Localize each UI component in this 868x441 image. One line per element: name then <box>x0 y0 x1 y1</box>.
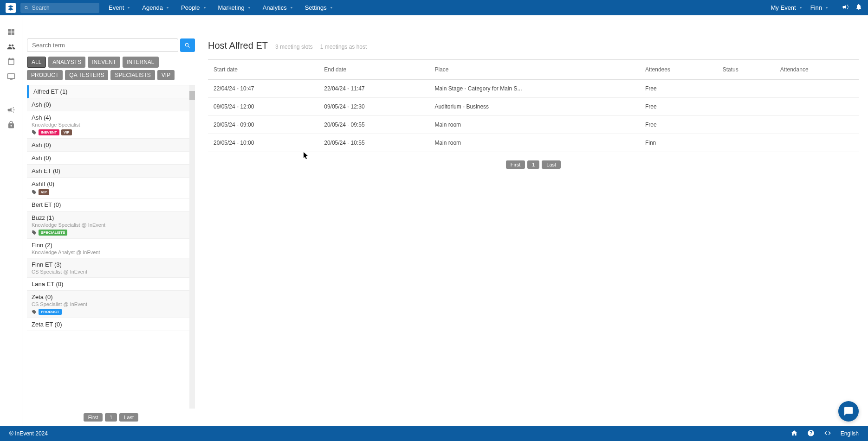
cursor-arrow <box>303 152 310 161</box>
tag-filter-internal[interactable]: INTERNAL <box>123 57 158 68</box>
nav-my-event[interactable]: My Event <box>771 4 803 11</box>
table-cell: Main room <box>429 116 639 134</box>
chat-widget[interactable] <box>838 401 859 422</box>
tag-filter-vip[interactable]: VIP <box>157 70 175 80</box>
chevron-down-icon <box>289 6 294 10</box>
host-tags: VIP <box>32 189 190 195</box>
host-meta-host: 1 meetings as host <box>320 44 367 50</box>
host-item[interactable]: AshII (0)VIP <box>27 178 195 198</box>
nav-item-agenda[interactable]: Agenda <box>142 4 170 11</box>
notifications-button[interactable] <box>855 3 862 12</box>
host-search-button[interactable] <box>180 38 195 52</box>
host-item[interactable]: Zeta (0)CS Specialist @ InEventPRODUCT <box>27 291 195 318</box>
scrollbar-thumb[interactable] <box>189 91 195 100</box>
table-cell: 09/05/24 - 12:00 <box>208 98 318 116</box>
app-logo[interactable] <box>6 3 16 13</box>
table-cell: 20/05/24 - 10:55 <box>318 134 429 152</box>
host-item[interactable]: Alfred ET (1) <box>27 85 195 98</box>
logo-icon <box>7 5 14 11</box>
chevron-down-icon <box>824 6 829 10</box>
host-name: Bert ET (0) <box>32 201 190 208</box>
slots-pager-last[interactable]: Last <box>542 160 561 169</box>
tag-filter-analysts[interactable]: ANALYSTS <box>48 57 85 68</box>
host-tags: PRODUCT <box>32 309 190 315</box>
nav-item-marketing[interactable]: Marketing <box>218 4 252 11</box>
pager-last[interactable]: Last <box>119 413 138 422</box>
host-item[interactable]: Lana ET (0) <box>27 278 195 291</box>
host-item[interactable]: Ash (0) <box>27 152 195 165</box>
host-item[interactable]: Zeta ET (0) <box>27 318 195 331</box>
host-subtitle: CS Specialist @ InEvent <box>32 301 190 307</box>
host-item[interactable]: Buzz (1)Knowledge Specialist @ InEventSP… <box>27 211 195 239</box>
tag-filter-inevent[interactable]: INEVENT <box>88 57 120 68</box>
nav-item-label: Agenda <box>142 4 163 11</box>
sidebar-calendar[interactable] <box>4 54 19 69</box>
slots-pager-page[interactable]: 1 <box>527 160 539 169</box>
global-search[interactable] <box>20 3 99 13</box>
pager-page[interactable]: 1 <box>105 413 117 422</box>
sidebar-people[interactable] <box>4 39 19 54</box>
host-tag-specialists: SPECIALISTS <box>39 230 67 236</box>
host-item[interactable]: Ash ET (0) <box>27 165 195 178</box>
sidebar-monitor[interactable] <box>4 69 19 84</box>
column-header: Attendance <box>775 60 859 80</box>
icon-sidebar <box>0 15 22 426</box>
tag-filter-all[interactable]: ALL <box>27 57 46 68</box>
tag-icon <box>32 130 37 135</box>
host-tags: SPECIALISTS <box>32 230 190 236</box>
tag-filter-product[interactable]: PRODUCT <box>27 70 63 80</box>
host-name: Ash (0) <box>32 101 190 108</box>
host-tag-vip: VIP <box>61 129 72 135</box>
table-cell: Main room <box>429 134 639 152</box>
table-row[interactable]: 20/05/24 - 09:0020/05/24 - 09:55Main roo… <box>208 116 859 134</box>
table-row[interactable]: 22/04/24 - 10:4722/04/24 - 11:47Main Sta… <box>208 80 859 98</box>
host-item[interactable]: Bert ET (0) <box>27 198 195 211</box>
host-item[interactable]: Ash (0) <box>27 139 195 152</box>
column-header: Place <box>429 60 639 80</box>
table-cell: 22/04/24 - 10:47 <box>208 80 318 98</box>
host-subtitle: Knowledge Specialist <box>32 122 190 128</box>
slots-pager-first[interactable]: First <box>506 160 525 169</box>
host-name: Finn (2) <box>32 242 190 249</box>
host-item[interactable]: Finn ET (3)CS Specialist @ InEvent <box>27 258 195 278</box>
nav-item-analytics[interactable]: Analytics <box>263 4 294 11</box>
nav-item-settings[interactable]: Settings <box>305 4 334 11</box>
slots-panel: Host Alfred ET 3 meeting slots 1 meeting… <box>199 15 868 426</box>
host-tags: INEVENTVIP <box>32 129 190 135</box>
table-cell: 20/05/24 - 10:00 <box>208 134 318 152</box>
host-item[interactable]: Ash (4)Knowledge SpecialistINEVENTVIP <box>27 111 195 139</box>
host-item[interactable]: Finn (2)Knowledge Analyst @ InEvent <box>27 239 195 258</box>
table-row[interactable]: 20/05/24 - 10:0020/05/24 - 10:55Main roo… <box>208 134 859 152</box>
hosts-panel: ALLANALYSTSINEVENTINTERNALPRODUCTQA TEST… <box>22 15 199 426</box>
scrollbar-track[interactable] <box>189 85 195 409</box>
nav-item-people[interactable]: People <box>181 4 207 11</box>
host-item[interactable]: Ash (0) <box>27 98 195 111</box>
tag-filter-qa-testers[interactable]: QA TESTERS <box>65 70 108 80</box>
host-name: Finn ET (3) <box>32 261 190 268</box>
tag-icon <box>32 309 37 314</box>
table-row[interactable]: 09/05/24 - 12:0009/05/24 - 12:30Auditori… <box>208 98 859 116</box>
pager-first[interactable]: First <box>84 413 103 422</box>
table-cell: Free <box>640 98 717 116</box>
hosts-list[interactable]: Alfred ET (1)Ash (0)Ash (4)Knowledge Spe… <box>27 85 195 409</box>
announcements-button[interactable] <box>842 3 849 12</box>
global-search-input[interactable] <box>32 5 96 11</box>
sidebar-lock[interactable] <box>4 117 19 132</box>
chevron-down-icon <box>165 6 170 10</box>
tag-filter-specialists[interactable]: SPECIALISTS <box>110 70 155 80</box>
nav-user[interactable]: Finn <box>810 4 829 11</box>
sidebar-dashboard[interactable] <box>4 25 19 39</box>
host-search-input[interactable] <box>27 38 178 52</box>
sidebar-megaphone[interactable] <box>4 102 19 117</box>
chevron-down-icon <box>126 6 131 10</box>
host-name: Lana ET (0) <box>32 281 190 288</box>
hosts-pager: First 1 Last <box>27 409 195 426</box>
table-cell: 20/05/24 - 09:00 <box>208 116 318 134</box>
table-cell: Free <box>640 116 717 134</box>
calendar-icon <box>7 58 15 66</box>
slots-table: Start dateEnd datePlaceAttendeesStatusAt… <box>208 59 859 152</box>
host-name: Ash (0) <box>32 154 190 161</box>
host-title: Host Alfred ET <box>208 40 268 51</box>
monitor-icon <box>7 72 15 81</box>
nav-item-event[interactable]: Event <box>109 4 131 11</box>
